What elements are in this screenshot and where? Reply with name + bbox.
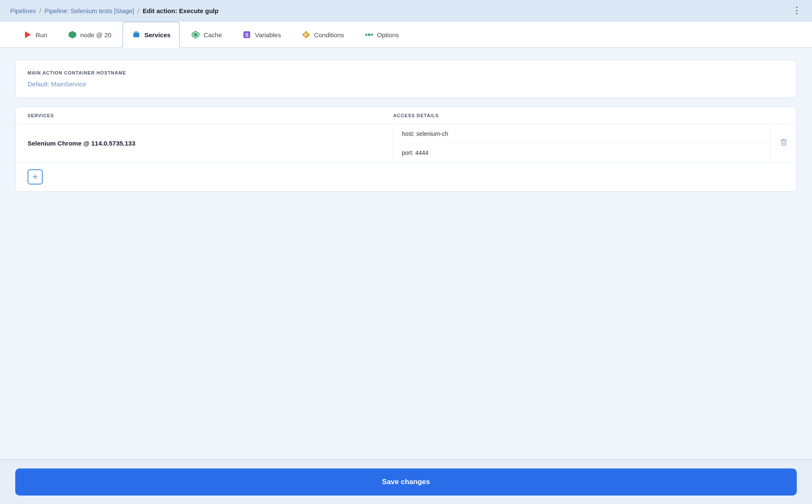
tab-options-label: Options xyxy=(377,31,399,39)
col-services-label: SERVICES xyxy=(28,113,393,118)
svg-marker-5 xyxy=(193,33,198,37)
svg-marker-0 xyxy=(25,31,31,38)
svg-text:IF: IF xyxy=(304,33,308,37)
tab-conditions-label: Conditions xyxy=(314,31,344,39)
tabs-bar: Run node @ 20 Services xyxy=(0,22,812,48)
access-details-col: host: selenium-ch port: 4444 xyxy=(393,124,771,162)
options-icon xyxy=(365,30,374,39)
content-area: MAIN ACTION CONTAINER HOSTNAME Default: … xyxy=(0,48,812,204)
header: Pipelines / Pipeline: Selenium tests [St… xyxy=(0,0,812,22)
save-changes-button[interactable]: Save changes xyxy=(15,468,797,496)
svg-text:S: S xyxy=(245,32,249,38)
tab-node-label: node @ 20 xyxy=(80,31,112,39)
hostname-card: MAIN ACTION CONTAINER HOSTNAME Default: … xyxy=(15,60,797,98)
breadcrumb: Pipelines / Pipeline: Selenium tests [St… xyxy=(10,7,218,14)
tab-node[interactable]: node @ 20 xyxy=(58,22,121,48)
breadcrumb-current: Edit action: Execute gulp xyxy=(143,7,218,14)
add-service-row: + xyxy=(16,162,796,191)
run-icon xyxy=(23,30,32,39)
col-access-label: ACCESS DETAILS xyxy=(393,113,759,118)
footer: Save changes xyxy=(0,459,812,504)
hostname-label: MAIN ACTION CONTAINER HOSTNAME xyxy=(28,70,784,75)
tab-options[interactable]: Options xyxy=(355,22,409,48)
tab-conditions[interactable]: IF Conditions xyxy=(292,22,354,48)
tab-variables[interactable]: S Variables xyxy=(233,22,290,48)
delete-service-button[interactable] xyxy=(778,137,789,150)
add-service-button[interactable]: + xyxy=(28,169,43,185)
services-card: SERVICES ACCESS DETAILS Selenium Chrome … xyxy=(15,107,797,192)
delete-col xyxy=(771,124,796,162)
node-icon xyxy=(68,30,77,39)
svg-rect-2 xyxy=(133,33,139,37)
tab-run-label: Run xyxy=(36,31,47,39)
main-area: Run node @ 20 Services xyxy=(0,22,812,459)
cache-icon xyxy=(191,30,200,39)
header-menu-button[interactable]: ⋮ xyxy=(792,6,802,15)
tab-cache-label: Cache xyxy=(204,31,222,39)
breadcrumb-sep-2: / xyxy=(138,7,139,14)
tab-services-label: Services xyxy=(144,31,171,39)
tab-variables-label: Variables xyxy=(255,31,281,39)
hostname-value: Default: MainService xyxy=(28,80,784,88)
service-name: Selenium Chrome @ 114.0.5735.133 xyxy=(16,124,393,162)
tab-services[interactable]: Services xyxy=(122,22,180,48)
access-host: host: selenium-ch xyxy=(393,124,771,143)
services-table-header: SERVICES ACCESS DETAILS xyxy=(16,107,796,124)
table-row: Selenium Chrome @ 114.0.5735.133 host: s… xyxy=(16,124,796,162)
variables-icon: S xyxy=(242,30,251,39)
access-port: port: 4444 xyxy=(393,143,771,162)
breadcrumb-pipelines[interactable]: Pipelines xyxy=(10,7,36,14)
conditions-icon: IF xyxy=(301,30,311,39)
svg-rect-3 xyxy=(135,31,138,33)
services-icon xyxy=(132,30,141,39)
svg-marker-1 xyxy=(69,31,76,39)
breadcrumb-sep-1: / xyxy=(39,7,41,14)
tab-cache[interactable]: Cache xyxy=(182,22,231,48)
breadcrumb-pipeline[interactable]: Pipeline: Selenium tests [Stage] xyxy=(44,7,134,14)
tab-run[interactable]: Run xyxy=(14,22,57,48)
